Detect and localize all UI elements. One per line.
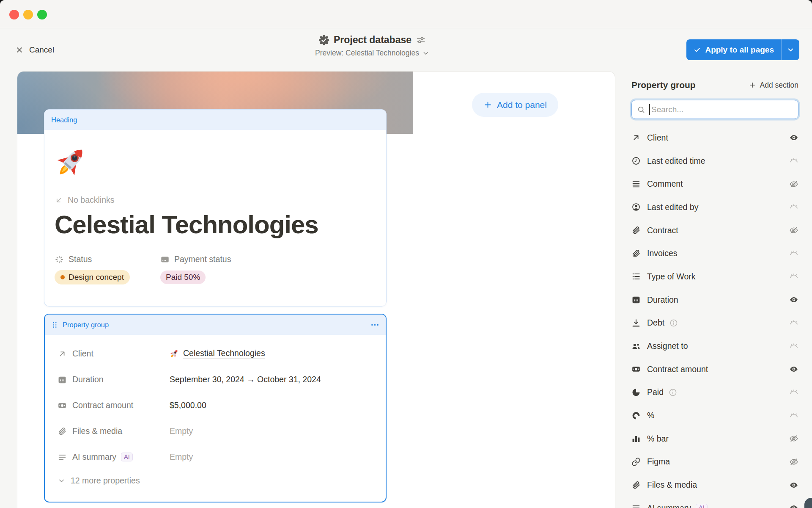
clock-icon bbox=[631, 156, 641, 166]
more-properties-toggle[interactable]: 12 more properties bbox=[58, 476, 373, 486]
backlinks-button[interactable]: No backlinks bbox=[55, 195, 376, 205]
property-row-client[interactable]: Client Celestial Technologies bbox=[58, 341, 373, 367]
chevron-down-icon bbox=[422, 50, 429, 57]
sidebar-property-contract[interactable]: Contract bbox=[631, 219, 798, 242]
panel-divider bbox=[413, 134, 413, 508]
eye-closed-icon[interactable] bbox=[789, 318, 798, 328]
eye-closed-icon[interactable] bbox=[789, 249, 798, 258]
property-group-section[interactable]: Property group Client Celestial Technolo… bbox=[44, 314, 387, 502]
sidebar-property-contract-amount[interactable]: Contract amount bbox=[631, 358, 798, 381]
ai-badge: AI bbox=[696, 504, 708, 508]
property-row-duration[interactable]: Duration September 30, 2024 → October 31… bbox=[58, 367, 373, 392]
arrow-up-right-icon bbox=[631, 133, 641, 142]
heading-section-header[interactable]: Heading bbox=[44, 110, 386, 130]
calendar-icon bbox=[58, 375, 67, 384]
preview-selector[interactable]: Preview: Celestial Technologies bbox=[315, 49, 429, 58]
download-icon bbox=[631, 318, 641, 328]
property-value-ai-summary: Empty bbox=[170, 452, 193, 462]
add-to-panel-button[interactable]: Add to panel bbox=[472, 93, 558, 117]
zoom-window-button[interactable] bbox=[37, 10, 47, 19]
person-circle-icon bbox=[631, 202, 641, 212]
add-section-button[interactable]: Add section bbox=[749, 81, 798, 90]
eye-crossed-icon[interactable] bbox=[789, 434, 798, 443]
property-sidebar: Property group Add section Client Last e… bbox=[616, 71, 812, 508]
eye-icon[interactable] bbox=[789, 133, 798, 142]
section-menu-icon[interactable] bbox=[370, 320, 380, 330]
add-to-panel-label: Add to panel bbox=[497, 100, 547, 110]
eye-closed-icon[interactable] bbox=[789, 156, 798, 166]
eye-icon[interactable] bbox=[789, 480, 798, 490]
sidebar-property-comment[interactable]: Comment bbox=[631, 172, 798, 196]
dialog-title: Project database Preview: Celestial Tech… bbox=[315, 34, 429, 58]
sidebar-property-client[interactable]: Client bbox=[631, 126, 798, 149]
titlebar bbox=[0, 0, 812, 28]
search-icon bbox=[637, 105, 645, 114]
cancel-label: Cancel bbox=[29, 45, 54, 55]
search-input[interactable] bbox=[650, 105, 793, 114]
minimize-window-button[interactable] bbox=[23, 10, 33, 19]
sidebar-property-type-of-work[interactable]: Type of Work bbox=[631, 265, 798, 288]
text-4-icon bbox=[631, 179, 641, 189]
close-icon bbox=[15, 46, 24, 54]
pie-icon bbox=[631, 388, 641, 397]
sidebar-property-assignet-to[interactable]: Assignet to bbox=[631, 334, 798, 358]
sidebar-property-invoices[interactable]: Invoices bbox=[631, 242, 798, 265]
status-spinner-icon bbox=[55, 255, 64, 264]
eye-icon[interactable] bbox=[789, 503, 798, 508]
cancel-button[interactable]: Cancel bbox=[15, 28, 54, 71]
banknote-icon bbox=[631, 364, 641, 374]
property-row-contract-amount[interactable]: Contract amount $5,000.00 bbox=[58, 392, 373, 418]
sidebar-property-[interactable]: % bbox=[631, 404, 798, 427]
apply-to-all-pages-button[interactable]: Apply to all pages bbox=[686, 39, 799, 60]
search-box[interactable] bbox=[631, 100, 798, 119]
sidebar-property-files-media[interactable]: Files & media bbox=[631, 473, 798, 497]
plus-icon bbox=[749, 81, 756, 89]
layout-settings-icon[interactable] bbox=[416, 35, 426, 45]
property-value-contract-amount: $5,000.00 bbox=[170, 400, 206, 410]
eye-icon[interactable] bbox=[789, 364, 798, 374]
sidebar-property-last-edited-by[interactable]: Last edited by bbox=[631, 196, 798, 219]
property-value-client[interactable]: Celestial Technologies bbox=[170, 348, 265, 359]
dialog-title-label: Project database bbox=[334, 34, 411, 46]
plus-icon bbox=[483, 100, 492, 109]
text-caret bbox=[649, 104, 650, 115]
text-3-icon bbox=[631, 503, 641, 508]
eye-closed-icon[interactable] bbox=[789, 411, 798, 420]
eye-closed-icon[interactable] bbox=[789, 342, 798, 351]
page-title: Celestial Technologies bbox=[55, 210, 376, 239]
property-row-files-media[interactable]: Files & media Empty bbox=[58, 418, 373, 444]
editor-canvas: Heading bbox=[17, 71, 615, 508]
payment-status-badge: Paid 50% bbox=[160, 271, 206, 284]
eye-closed-icon[interactable] bbox=[789, 388, 798, 397]
eye-closed-icon[interactable] bbox=[789, 202, 798, 212]
check-icon bbox=[693, 46, 701, 54]
paperclip-icon bbox=[631, 480, 641, 490]
payment-status-property-label: Payment status bbox=[160, 254, 376, 264]
sidebar-property-paid[interactable]: Paid bbox=[631, 381, 798, 404]
sidebar-property-debt[interactable]: Debt bbox=[631, 312, 798, 335]
property-row-ai-summary[interactable]: AI summaryAI Empty bbox=[58, 444, 373, 470]
sidebar-property-last-edited-time[interactable]: Last edited time bbox=[631, 149, 798, 173]
sidebar-property-ai-summary[interactable]: AI summary AI bbox=[631, 497, 798, 508]
eye-crossed-icon[interactable] bbox=[789, 179, 798, 189]
close-window-button[interactable] bbox=[9, 10, 19, 19]
heading-section[interactable]: Heading bbox=[44, 109, 387, 306]
donut-icon bbox=[631, 411, 641, 420]
eye-crossed-icon[interactable] bbox=[789, 226, 798, 235]
eye-icon[interactable] bbox=[789, 295, 798, 304]
ai-badge: AI bbox=[121, 453, 133, 461]
paperclip-icon bbox=[58, 427, 67, 436]
drag-handle-icon[interactable] bbox=[51, 321, 59, 329]
property-group-header[interactable]: Property group bbox=[45, 315, 386, 335]
rocket-icon bbox=[170, 349, 179, 359]
sidebar-property-figma[interactable]: Figma bbox=[631, 450, 798, 474]
backlinks-label: No backlinks bbox=[68, 195, 115, 205]
apply-options-button[interactable] bbox=[782, 39, 799, 60]
more-properties-label: 12 more properties bbox=[71, 476, 140, 486]
eye-closed-icon[interactable] bbox=[789, 272, 798, 281]
sidebar-property-duration[interactable]: Duration bbox=[631, 288, 798, 312]
paperclip-icon bbox=[631, 249, 641, 258]
sidebar-property-bar[interactable]: % bar bbox=[631, 427, 798, 450]
layout-editor-window: Cancel Project database Preview: Celesti… bbox=[0, 0, 812, 508]
eye-crossed-icon[interactable] bbox=[789, 457, 798, 467]
